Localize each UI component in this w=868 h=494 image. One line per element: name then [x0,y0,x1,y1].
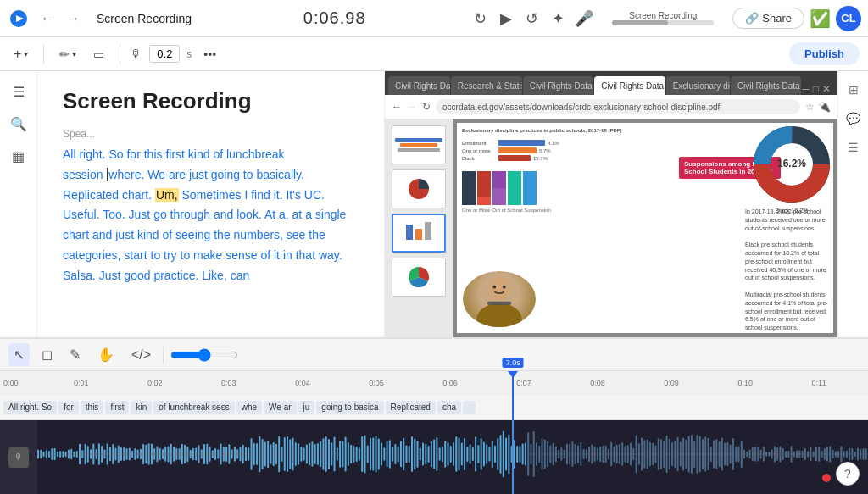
shape-button[interactable]: ▭ [88,44,109,64]
more-button[interactable]: ••• [198,44,221,64]
time-ruler: 0:00 0:01 0:02 0:03 0:04 0:05 0:06 0:07 … [0,371,868,395]
address-bar-input[interactable]: occrdata.ed.gov/assets/downloads/crdc-ex… [436,99,800,114]
pdf-thumb-1[interactable] [392,125,446,164]
pdf-thumb-3[interactable] [392,214,446,253]
avatar[interactable]: CL [836,6,861,31]
browser-minimize[interactable]: ─ [802,83,810,95]
time-9: 0:09 [664,379,679,387]
caption-4[interactable]: first [105,401,129,414]
pen-tool[interactable]: ✎ [64,343,86,366]
speaker-label: Spea... [63,128,359,140]
svg-point-14 [503,286,506,289]
transcript-highlight-um: Um, [155,188,179,202]
trim-tool[interactable]: ◻ [36,343,58,366]
progress-fill [612,20,668,25]
timeline-area: ↖ ◻ ✎ ✋ </> 7.0s 0:00 0:01 0:02 0:03 0:0… [0,337,868,494]
browser-tab-1[interactable]: Civil Rights Data... [388,76,450,95]
shape-icon: ▭ [93,47,104,61]
pdf-header: Exclusionary discipline practices in pub… [462,128,640,133]
browser-tabs: Civil Rights Data... Research & Statisti… [385,71,837,95]
pdf-thumb-4[interactable] [392,258,446,297]
caption-11[interactable]: Replicated [386,401,436,414]
time-1: 0:01 [74,379,89,387]
browser-tab-4[interactable]: Civil Rights Data Co... [594,76,665,95]
help-button[interactable]: ? [836,462,860,486]
playhead-triangle [508,371,518,378]
browser-close[interactable]: ✕ [822,83,831,95]
extensions-icon: 🔌 [818,101,831,113]
caption-3[interactable]: this [81,401,104,414]
text-panel: Screen Recording Spea... All right. So f… [37,71,385,337]
forward-button[interactable]: → [61,8,85,30]
check-button[interactable]: ✅ [810,8,831,29]
main-content: ☰ 🔍 ▦ Screen Recording Spea... All right… [0,71,868,337]
time-7: 0:07 [516,379,531,387]
audio-level-input[interactable] [149,45,180,63]
transcript-segment-3: Sometimes I find it. It's UC. Useful. To… [63,188,346,282]
panel-button[interactable]: ☰ [842,136,865,159]
caption-6[interactable]: of lunchbreak sess [153,401,234,414]
caption-10[interactable]: going to basica [316,401,383,414]
stacked-row-1 [462,171,640,205]
nav-buttons: ← → [36,8,85,30]
chart-description: In 2017-18, 2,822 pre-school students re… [745,208,830,332]
caption-7[interactable]: whe [236,401,262,414]
hand-tool[interactable]: ✋ [92,343,120,366]
share-button[interactable]: 🔗 Share [732,8,804,29]
pen-button[interactable]: ✏ ▾ [54,44,81,64]
pdf-thumb-2[interactable] [392,169,446,208]
browser-refresh[interactable]: ↻ [422,101,431,113]
webcam-overlay [461,269,537,329]
browser-back[interactable]: ← [392,101,402,113]
video-panel: Civil Rights Data... Research & Statisti… [385,71,837,337]
waveform-track[interactable]: 🎙 [0,420,868,494]
caption-1[interactable]: All right. So [3,401,57,414]
caption-13[interactable] [463,401,476,414]
publish-button[interactable]: Publish [789,42,860,65]
browser-tab-5[interactable]: Exclusionary disc... [666,76,730,95]
play-button[interactable]: ▶ [497,6,515,31]
zoom-slider[interactable] [170,348,238,362]
browser-tab-2[interactable]: Research & Statistic... [451,76,522,95]
waveform-svg [37,420,868,488]
caption-12[interactable]: cha [437,401,461,414]
forward-button[interactable]: ↺ [522,6,542,31]
pdf-thumbnails [385,119,453,337]
back-button[interactable]: ← [36,8,59,30]
mic-button[interactable]: 🎤 [575,9,593,28]
caption-5[interactable]: kin [131,401,152,414]
browser-tab-6[interactable]: Civil Rights Data Co... [731,76,802,95]
comment-button[interactable]: 💬 [842,107,865,130]
grid-view-button[interactable]: ⊞ [842,78,865,102]
recording-label: Screen Recording [605,11,721,25]
search-button[interactable]: 🔍 [5,110,32,137]
browser-forward[interactable]: → [407,101,417,113]
audio-icon: 🎙 [131,47,142,61]
time-10: 0:10 [737,379,753,387]
svg-point-11 [490,277,509,300]
time-2: 0:02 [147,379,163,387]
playback-controls: ↻ ▶ ↺ ✦ 🎤 [470,6,593,31]
browser-tab-3[interactable]: Civil Rights Data Co... [523,76,594,95]
browser-maximize[interactable]: □ [813,83,819,95]
add-button[interactable]: + ▾ [8,43,33,65]
caption-2[interactable]: for [58,401,79,414]
menu-button[interactable]: ☰ [5,78,32,105]
share-icon: 🔗 [745,12,759,25]
app-logo [7,7,31,31]
effects-button[interactable]: ✦ [548,6,568,31]
caption-8[interactable]: We ar [264,401,297,414]
select-tool[interactable]: ↖ [8,343,30,366]
caption-9[interactable]: ju [298,401,315,414]
time-5: 0:05 [369,379,384,387]
waveform-thumb: 🎙 [0,420,37,494]
svg-point-12 [476,303,522,329]
rewind-button[interactable]: ↻ [470,6,490,31]
svg-rect-3 [406,225,413,240]
captions-track: All right. So for this first kin of lunc… [0,395,868,420]
time-6: 0:06 [442,379,458,387]
bar-2 [498,147,537,153]
browser-address-bar: ← → ↻ occrdata.ed.gov/assets/downloads/c… [385,95,837,119]
layers-button[interactable]: ▦ [5,142,32,169]
code-tool[interactable]: </> [126,344,156,366]
